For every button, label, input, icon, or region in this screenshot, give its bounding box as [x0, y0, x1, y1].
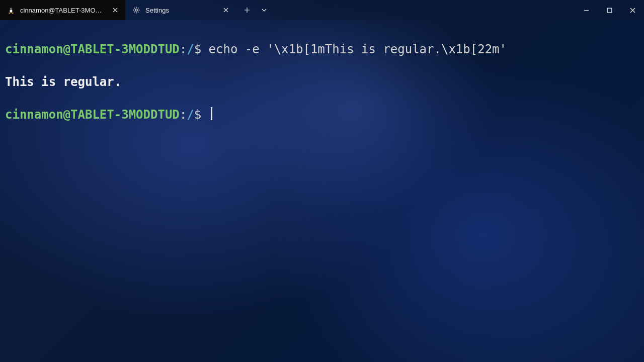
svg-point-4	[11, 8, 11, 9]
prompt-path: /	[187, 42, 194, 56]
svg-point-5	[12, 8, 12, 9]
gear-icon	[132, 6, 140, 14]
titlebar[interactable]: cinnamon@TABLET-3MODDTU Sett	[0, 0, 644, 20]
prompt-symbol: $	[194, 108, 201, 122]
cursor	[211, 107, 212, 120]
terminal-line: cinnamon@TABLET-3MODDTUD:/$	[5, 107, 639, 123]
prompt-symbol: $	[194, 42, 201, 56]
prompt-separator: :	[180, 42, 187, 56]
terminal-line: This is regular.	[5, 74, 639, 90]
tab-strip: cinnamon@TABLET-3MODDTU Sett	[0, 0, 236, 20]
tab-close-button[interactable]	[111, 6, 119, 14]
svg-rect-9	[607, 8, 612, 13]
maximize-icon	[607, 8, 612, 13]
tab-dropdown-button[interactable]	[256, 2, 272, 18]
prompt-user-host: cinnamon@TABLET-3MODDTUD	[5, 42, 180, 56]
svg-point-8	[135, 9, 137, 11]
svg-point-1	[10, 10, 13, 13]
terminal-window: cinnamon@TABLET-3MODDTU Sett	[0, 0, 644, 362]
plus-icon	[244, 7, 250, 13]
tab-controls	[236, 0, 275, 20]
close-icon	[113, 8, 118, 13]
titlebar-drag-area[interactable]	[275, 0, 575, 20]
terminal-area[interactable]: cinnamon@TABLET-3MODDTUD:/$ echo -e '\x1…	[0, 20, 644, 160]
tab-shell[interactable]: cinnamon@TABLET-3MODDTU	[0, 0, 125, 20]
tux-icon	[7, 6, 15, 14]
window-controls	[575, 0, 644, 20]
svg-point-6	[9, 13, 10, 14]
minimize-icon	[584, 8, 589, 13]
output-text: This is regular.	[5, 75, 121, 89]
prompt-user-host: cinnamon@TABLET-3MODDTUD	[5, 108, 180, 122]
svg-point-7	[12, 13, 14, 14]
prompt-separator: :	[180, 108, 187, 122]
tab-title: cinnamon@TABLET-3MODDTU	[20, 7, 103, 14]
close-icon	[630, 8, 635, 13]
tab-close-button[interactable]	[222, 6, 230, 14]
command-text: echo -e '\x1b[1mThis is regular.\x1b[22m…	[209, 42, 507, 56]
chevron-down-icon	[261, 7, 267, 13]
maximize-button[interactable]	[598, 0, 621, 20]
window-close-button[interactable]	[621, 0, 644, 20]
tab-title: Settings	[145, 7, 214, 14]
tab-settings[interactable]: Settings	[125, 0, 236, 20]
prompt-path: /	[187, 108, 194, 122]
new-tab-button[interactable]	[239, 2, 255, 18]
terminal-line: cinnamon@TABLET-3MODDTUD:/$ echo -e '\x1…	[5, 41, 639, 57]
minimize-button[interactable]	[575, 0, 598, 20]
close-icon	[223, 8, 228, 13]
